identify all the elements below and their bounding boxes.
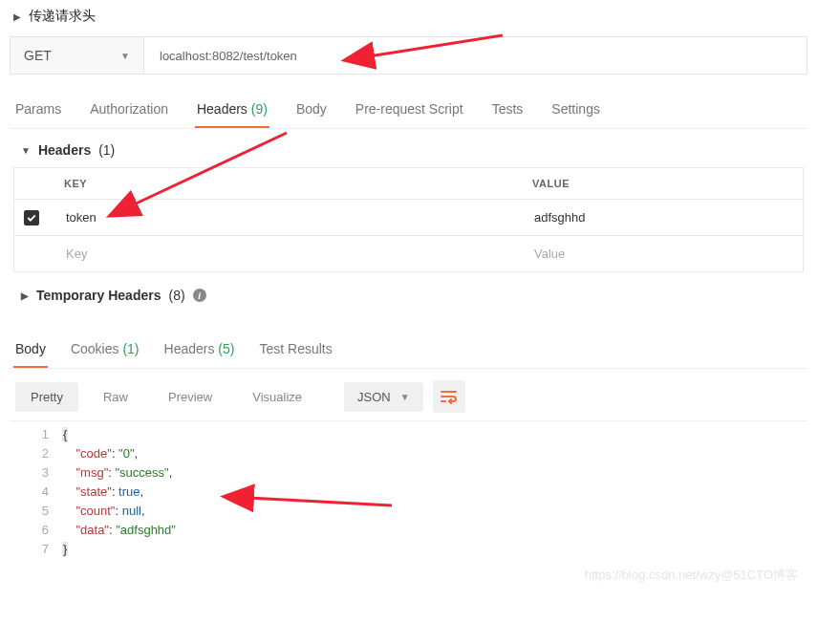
watermark: https://blog.csdn.net/wzy@51CTO博客 xyxy=(585,567,798,584)
caret-right-icon: ▶ xyxy=(21,290,29,301)
resp-tab-headers[interactable]: Headers (5) xyxy=(162,332,237,368)
tab-body[interactable]: Body xyxy=(294,92,329,128)
header-value-input[interactable] xyxy=(532,246,791,262)
resp-tab-body[interactable]: Body xyxy=(13,332,48,368)
caret-right-icon: ▶ xyxy=(13,11,21,22)
header-value-input[interactable] xyxy=(532,209,791,225)
header-key-input[interactable] xyxy=(64,209,509,225)
headers-toggle[interactable]: ▼ Headers (1) xyxy=(13,139,804,161)
view-preview[interactable]: Preview xyxy=(153,382,227,412)
request-tabs: Params Authorization Headers (9) Body Pr… xyxy=(10,92,807,129)
view-bar: Pretty Raw Preview Visualize JSON ▼ xyxy=(10,369,807,420)
headers-table: KEY VALUE xyxy=(13,167,804,272)
resp-tab-cookies[interactable]: Cookies (1) xyxy=(69,332,141,368)
col-value: VALUE xyxy=(521,168,803,199)
info-icon: i xyxy=(193,289,206,302)
tab-params[interactable]: Params xyxy=(13,92,63,128)
request-bar: GET ▼ xyxy=(10,36,807,75)
header-key-input[interactable] xyxy=(64,246,509,262)
chevron-down-icon: ▼ xyxy=(120,51,130,61)
view-pretty[interactable]: Pretty xyxy=(15,382,78,412)
row-checkbox[interactable] xyxy=(24,210,39,225)
code-content[interactable]: { "code": "0", "msg": "success", "state"… xyxy=(62,425,807,559)
view-visualize[interactable]: Visualize xyxy=(237,382,317,412)
check-icon xyxy=(26,212,37,224)
tab-prerequest[interactable]: Pre-request Script xyxy=(354,92,465,128)
wrap-lines-button[interactable] xyxy=(433,380,465,413)
method-label: GET xyxy=(24,48,52,63)
caret-down-icon: ▼ xyxy=(21,145,31,156)
line-gutter: 1234567 xyxy=(10,425,62,559)
tab-authorization[interactable]: Authorization xyxy=(88,92,170,128)
chevron-down-icon: ▼ xyxy=(400,392,410,402)
format-select[interactable]: JSON ▼ xyxy=(344,382,423,412)
table-row xyxy=(14,200,803,236)
table-row-empty xyxy=(14,236,803,271)
tab-headers[interactable]: Headers (9) xyxy=(195,92,269,128)
wrap-icon xyxy=(441,389,458,404)
tab-tests[interactable]: Tests xyxy=(490,92,526,128)
response-tabs: Body Cookies (1) Headers (5) Test Result… xyxy=(10,332,807,369)
resp-tab-testresults[interactable]: Test Results xyxy=(257,332,333,368)
method-select[interactable]: GET ▼ xyxy=(11,37,144,74)
temporary-headers-toggle[interactable]: ▶ Temporary Headers (8) i xyxy=(13,282,804,309)
col-key: KEY xyxy=(53,168,521,199)
response-body: 1234567 { "code": "0", "msg": "success",… xyxy=(10,420,807,588)
url-input[interactable] xyxy=(158,48,793,64)
section-header-passthrough[interactable]: ▶ 传递请求头 xyxy=(10,6,807,27)
view-raw[interactable]: Raw xyxy=(88,382,143,412)
tab-settings[interactable]: Settings xyxy=(549,92,602,128)
url-field-wrap xyxy=(144,37,806,74)
section-title: 传递请求头 xyxy=(29,8,96,25)
